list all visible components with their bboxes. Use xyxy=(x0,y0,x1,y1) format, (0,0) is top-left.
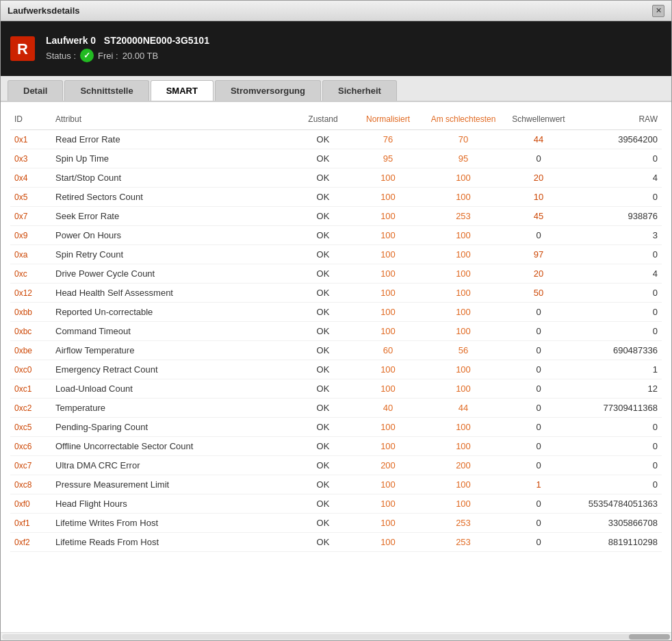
table-cell: 0 xyxy=(573,245,662,264)
table-cell: 1 xyxy=(573,360,662,379)
app-logo-icon: R xyxy=(10,36,35,61)
table-row: 0x5Retired Sectors CountOK100100100 xyxy=(10,188,662,207)
table-cell: 100 xyxy=(354,379,422,399)
table-cell: 690487336 xyxy=(573,341,662,360)
table-cell: 0 xyxy=(504,226,573,245)
table-cell: 97 xyxy=(504,245,573,264)
drive-number: Laufwerk 0 xyxy=(46,35,96,46)
col-header-attribut: Attribut xyxy=(51,109,292,130)
table-cell: 3305866708 xyxy=(573,514,662,533)
table-cell: 0xa xyxy=(10,245,51,264)
tab-smart[interactable]: SMART xyxy=(151,80,214,101)
free-value: 20.00 TB xyxy=(122,51,159,61)
table-cell: 0 xyxy=(573,418,662,437)
free-label: Frei : xyxy=(98,51,118,61)
table-cell: 0x4 xyxy=(10,168,51,188)
table-cell: 100 xyxy=(422,494,504,514)
col-header-raw: RAW xyxy=(573,109,662,130)
table-cell: 0x5 xyxy=(10,188,51,207)
table-cell: 0xc xyxy=(10,264,51,284)
table-row: 0x7Seek Error RateOK10025345938876 xyxy=(10,207,662,226)
table-cell: 0xc8 xyxy=(10,475,51,494)
table-cell: 100 xyxy=(354,533,422,552)
table-cell: 253 xyxy=(422,533,504,552)
table-cell: 3 xyxy=(573,226,662,245)
table-cell: OK xyxy=(292,437,354,456)
main-window: Laufwerksdetails ✕ R Laufwerk 0 ST20000N… xyxy=(0,0,672,641)
table-cell: 100 xyxy=(354,360,422,379)
drive-info: Laufwerk 0 ST20000NE000-3G5101 Status : … xyxy=(46,35,209,62)
table-cell: 938876 xyxy=(573,207,662,226)
table-cell: 100 xyxy=(354,514,422,533)
table-cell: Load-Unload Count xyxy=(51,379,292,399)
table-cell: 0 xyxy=(573,437,662,456)
table-cell: 253 xyxy=(422,514,504,533)
table-row: 0xf1Lifetime Writes From HostOK100253033… xyxy=(10,514,662,533)
table-cell: 10 xyxy=(504,188,573,207)
table-cell: 95 xyxy=(354,149,422,168)
col-header-normalisiert: Normalisiert xyxy=(354,109,422,130)
svg-text:R: R xyxy=(17,40,28,58)
table-cell: 0 xyxy=(573,456,662,475)
window-title: Laufwerksdetails xyxy=(8,5,80,16)
table-cell: 100 xyxy=(354,284,422,303)
table-cell: OK xyxy=(292,456,354,475)
table-cell: 0xf2 xyxy=(10,533,51,552)
table-cell: 100 xyxy=(422,475,504,494)
table-cell: OK xyxy=(292,494,354,514)
tab-detail[interactable]: Detail xyxy=(8,80,63,101)
table-cell: Temperature xyxy=(51,399,292,418)
table-cell: OK xyxy=(292,418,354,437)
table-cell: 4 xyxy=(573,168,662,188)
table-cell: 55354784051363 xyxy=(573,494,662,514)
table-cell: Head Flight Hours xyxy=(51,494,292,514)
table-cell: 100 xyxy=(422,284,504,303)
table-cell: OK xyxy=(292,264,354,284)
table-cell: 0 xyxy=(504,379,573,399)
table-cell: 0 xyxy=(504,514,573,533)
table-row: 0xc7Ultra DMA CRC ErrorOK20020000 xyxy=(10,456,662,475)
table-body: 0x1Read Error RateOK767044395642000x3Spi… xyxy=(10,130,662,552)
table-cell: 100 xyxy=(354,188,422,207)
table-cell: 100 xyxy=(422,322,504,341)
table-cell: Head Health Self Assessment xyxy=(51,284,292,303)
tab-schnittstelle[interactable]: Schnittstelle xyxy=(64,80,148,101)
close-button[interactable]: ✕ xyxy=(652,5,664,17)
table-cell: 12 xyxy=(573,379,662,399)
table-cell: 0xf0 xyxy=(10,494,51,514)
table-cell: 100 xyxy=(354,322,422,341)
table-cell: 0x7 xyxy=(10,207,51,226)
table-cell: OK xyxy=(292,475,354,494)
scrollbar-thumb[interactable] xyxy=(629,634,670,640)
table-cell: Read Error Rate xyxy=(51,130,292,149)
table-cell: 0xc7 xyxy=(10,456,51,475)
table-cell: 100 xyxy=(354,418,422,437)
tab-sicherheit[interactable]: Sicherheit xyxy=(322,80,397,101)
table-cell: OK xyxy=(292,245,354,264)
table-cell: Retired Sectors Count xyxy=(51,188,292,207)
table-cell: 0xc6 xyxy=(10,437,51,456)
content-area: ID Attribut Zustand Normalisiert Am schl… xyxy=(1,102,671,632)
table-row: 0x1Read Error RateOK76704439564200 xyxy=(10,130,662,149)
table-cell: OK xyxy=(292,149,354,168)
table-cell: 0 xyxy=(504,360,573,379)
table-cell: OK xyxy=(292,207,354,226)
table-cell: 100 xyxy=(354,207,422,226)
table-row: 0xbcCommand TimeoutOK10010000 xyxy=(10,322,662,341)
table-cell: 200 xyxy=(354,456,422,475)
table-cell: Pending-Sparing Count xyxy=(51,418,292,437)
table-cell: 0 xyxy=(504,322,573,341)
table-row: 0xaSpin Retry CountOK100100970 xyxy=(10,245,662,264)
table-row: 0xcDrive Power Cycle CountOK100100204 xyxy=(10,264,662,284)
tab-stromversorgung[interactable]: Stromversorgung xyxy=(215,80,321,101)
table-cell: 0 xyxy=(504,399,573,418)
table-cell: 44 xyxy=(504,130,573,149)
table-row: 0x3Spin Up TimeOK959500 xyxy=(10,149,662,168)
horizontal-scrollbar[interactable] xyxy=(1,632,671,640)
table-cell: 0xc1 xyxy=(10,379,51,399)
table-cell: 100 xyxy=(422,245,504,264)
table-cell: Airflow Temperature xyxy=(51,341,292,360)
table-row: 0xc8Pressure Measurement LimitOK10010010 xyxy=(10,475,662,494)
table-cell: 100 xyxy=(422,168,504,188)
table-cell: 0 xyxy=(504,533,573,552)
